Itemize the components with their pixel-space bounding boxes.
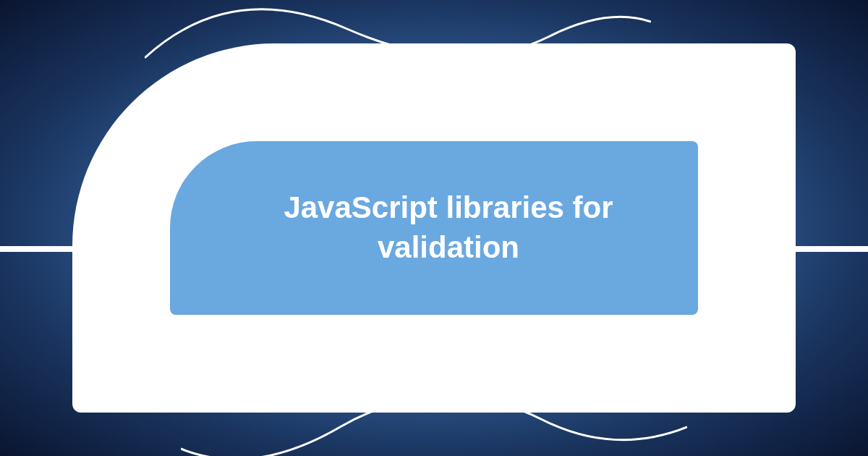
inner-card-shape: JavaScript libraries for validation [170, 141, 698, 315]
banner-title: JavaScript libraries for validation [231, 188, 637, 267]
decorative-wave-bottom [181, 362, 687, 456]
